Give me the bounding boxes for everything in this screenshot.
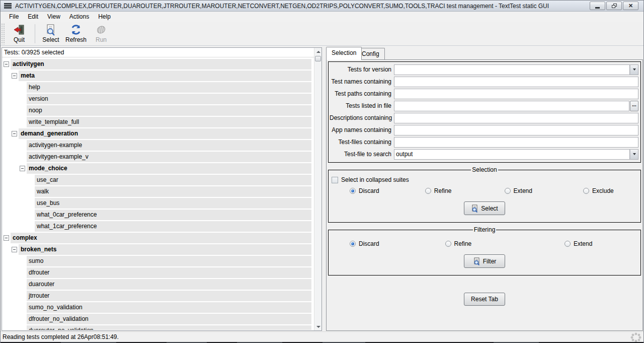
tree-row[interactable]: sumo_no_validation: [27, 302, 311, 313]
browse-file-button[interactable]: ...: [630, 101, 638, 111]
close-button[interactable]: ✕: [623, 2, 638, 10]
combo-test-file-to-search-input[interactable]: output: [394, 149, 630, 160]
field-control-tests-listed-in-file: ...: [394, 101, 638, 111]
radio-refine[interactable]: Refine: [445, 240, 472, 247]
dropdown-button-test-file-to-search[interactable]: [630, 149, 638, 160]
tree-row[interactable]: what_1car_preference: [35, 221, 311, 232]
tree-row[interactable]: broken_nets: [19, 244, 311, 255]
selection-radio-row: DiscardRefineExtendExclude: [331, 187, 638, 194]
tree-row-label: write_template_full: [29, 118, 79, 125]
menu-file[interactable]: File: [5, 12, 23, 21]
reset-tab-button[interactable]: Reset Tab: [464, 293, 505, 306]
select-button[interactable]: Select: [464, 201, 505, 215]
radio-dot-icon: [565, 241, 571, 247]
collapse-expander-icon[interactable]: [20, 166, 25, 171]
filter-button[interactable]: Filter: [464, 254, 505, 268]
radio-dot-icon: [350, 241, 356, 247]
tree-row-label: duarouter: [29, 281, 54, 288]
tree-column-header[interactable]: Tests: 0/3925 selected: [2, 48, 321, 57]
collapsed-suites-checkbox[interactable]: [332, 177, 338, 183]
toolbar-select-button[interactable]: Select: [39, 23, 62, 45]
scrollbar-thumb[interactable]: [315, 56, 321, 61]
app-menu-icon[interactable]: [4, 3, 12, 9]
test-paths-containing-input[interactable]: [394, 89, 638, 99]
field-label-test-files-containing: Test-files containing: [330, 139, 394, 146]
menu-view[interactable]: View: [43, 12, 65, 21]
tree-row[interactable]: demand_generation: [19, 128, 311, 139]
select-doc-icon: [45, 24, 57, 36]
tree-row[interactable]: activitygen-example: [27, 140, 311, 151]
scroll-down-icon[interactable]: [314, 323, 322, 330]
collapse-expander-icon[interactable]: [12, 247, 17, 252]
tree-scrollbar[interactable]: [314, 48, 321, 330]
collapse-expander-icon[interactable]: [4, 61, 9, 67]
toolbar-quit-button[interactable]: Quit: [8, 23, 31, 45]
title-bar: ACTIVITYGEN,COMPLEX,DFROUTER,DUAROUTER,J…: [1, 1, 643, 12]
radio-dot-icon: [350, 188, 356, 194]
tree-row[interactable]: what_0car_preference: [35, 210, 311, 220]
tree-row[interactable]: dfrouter: [27, 267, 311, 278]
tree-row[interactable]: noop: [27, 105, 311, 116]
tree-row[interactable]: use_bus: [35, 198, 311, 209]
tree-row-label: sumo_no_validation: [29, 304, 83, 311]
field-label-test-names-containing: Test names containing: [330, 78, 394, 85]
field-row-test-names-containing: Test names containing: [330, 76, 638, 88]
menu-help[interactable]: Help: [94, 12, 115, 21]
menu-actions[interactable]: Actions: [65, 12, 94, 21]
collapse-expander-icon[interactable]: [12, 131, 17, 136]
app-names-containing-input[interactable]: [394, 125, 638, 135]
tree-row[interactable]: activitygen-example_v: [27, 152, 311, 162]
filtering-radio-row: DiscardRefineExtend: [331, 240, 638, 247]
field-label-descriptions-containing: Descriptions containing: [330, 114, 394, 121]
descriptions-containing-input[interactable]: [394, 113, 638, 123]
radio-discard[interactable]: Discard: [350, 187, 379, 194]
tree-row[interactable]: duarouter: [27, 279, 311, 290]
tree-row[interactable]: meta: [19, 71, 311, 81]
tree-row[interactable]: dfrouter_no_validation: [27, 314, 311, 324]
scroll-up-icon[interactable]: [314, 48, 322, 55]
test-tree-panel: Tests: 0/3925 selected activitygenmetahe…: [2, 47, 322, 331]
tree-row[interactable]: jtrrouter: [27, 291, 311, 301]
collapse-expander-icon[interactable]: [4, 235, 9, 241]
collapse-expander-icon[interactable]: [12, 73, 17, 79]
tree-row[interactable]: version: [27, 94, 311, 104]
test-files-containing-input[interactable]: [394, 137, 638, 148]
tree-row[interactable]: activitygen: [11, 59, 311, 70]
collapsed-suites-option[interactable]: Select in collapsed suites: [331, 175, 638, 184]
tree-row[interactable]: use_car: [35, 175, 311, 185]
tree-row[interactable]: complex: [11, 233, 311, 243]
toolbar-refresh-label: Refresh: [65, 36, 87, 43]
radio-refine[interactable]: Refine: [425, 187, 452, 194]
menu-edit[interactable]: Edit: [23, 12, 43, 21]
resize-grip-icon[interactable]: [630, 332, 642, 342]
radio-extend[interactable]: Extend: [565, 240, 592, 247]
toolbar-refresh-button[interactable]: Refresh: [62, 23, 90, 45]
tree-row[interactable]: duarouter_no_validation: [27, 325, 311, 330]
field-row-tests-for-version: Tests for version: [330, 63, 638, 76]
tree-row-label: dfrouter_no_validation: [29, 315, 89, 322]
toolbar-gripper[interactable]: [1, 23, 5, 44]
tree-row-label: walk: [37, 188, 49, 195]
radio-label: Refine: [454, 240, 472, 247]
radio-discard[interactable]: Discard: [350, 240, 379, 247]
tree-row[interactable]: walk: [35, 186, 311, 197]
combo-tests-for-version-input[interactable]: [394, 64, 630, 75]
tree-row[interactable]: help: [27, 82, 311, 93]
minimize-button[interactable]: [590, 2, 605, 10]
field-label-app-names-containing: App names containing: [330, 126, 394, 133]
test-names-containing-input[interactable]: [394, 77, 638, 87]
field-row-app-names-containing: App names containing: [330, 124, 638, 136]
toolbar: QuitSelectRefreshRun: [1, 22, 643, 46]
restore-button[interactable]: [606, 2, 622, 10]
radio-exclude[interactable]: Exclude: [583, 187, 614, 194]
radio-extend[interactable]: Extend: [505, 187, 532, 194]
dropdown-button-tests-for-version[interactable]: [630, 64, 638, 75]
radio-label: Exclude: [592, 187, 614, 194]
tree-row[interactable]: write_template_full: [27, 117, 311, 127]
select-button-label: Select: [481, 205, 498, 212]
tab-selection[interactable]: Selection: [326, 47, 362, 60]
search-doc-icon: [471, 204, 479, 213]
tree-row[interactable]: mode_choice: [27, 163, 311, 174]
tests-listed-in-file-input[interactable]: [394, 101, 629, 111]
tree-row[interactable]: sumo: [27, 256, 311, 266]
